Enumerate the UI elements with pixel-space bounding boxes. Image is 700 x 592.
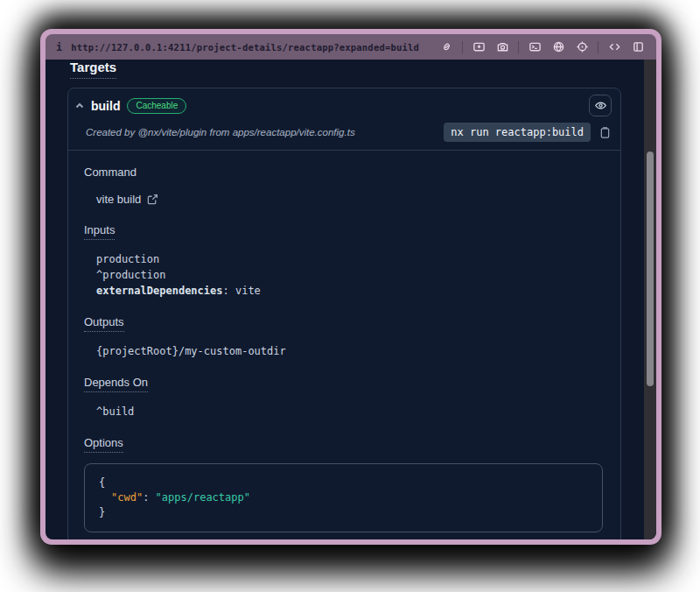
outputs-section: Outputs {projectRoot}/my-custom-outdir (84, 314, 603, 359)
target-name: build (91, 99, 120, 113)
inputs-section: Inputs production ^production externalDe… (84, 222, 603, 299)
browser-titlebar: i http://127.0.0.1:4211/project-details/… (46, 34, 656, 60)
options-heading[interactable]: Options (84, 436, 123, 453)
created-by-text: Created by @nx/vite/plugin from apps/rea… (86, 127, 437, 137)
options-code-block: { "cwd": "apps/reactapp" } (84, 463, 603, 532)
address-url[interactable]: http://127.0.0.1:4211/project-details/re… (71, 42, 419, 53)
input-item: ^production (96, 267, 603, 283)
command-value: vite build (96, 193, 141, 206)
target-crosshair-icon[interactable] (574, 39, 590, 55)
titlebar-divider (598, 41, 598, 53)
depends-on-heading[interactable]: Depends On (84, 376, 148, 392)
external-link-icon[interactable] (147, 194, 158, 205)
code-brackets-icon[interactable] (606, 39, 622, 55)
split-panel-icon[interactable] (630, 39, 646, 55)
eye-button[interactable] (589, 95, 612, 116)
terminal-icon[interactable] (527, 39, 542, 55)
inputs-heading[interactable]: Inputs (84, 223, 115, 240)
open-in-editor-icon[interactable] (471, 39, 486, 55)
globe-icon[interactable] (550, 39, 566, 55)
depends-on-item: ^build (96, 404, 603, 419)
json-cwd-line: "cwd": "apps/reactapp" (99, 490, 588, 505)
output-item: {projectRoot}/my-custom-outdir (96, 343, 603, 359)
copy-icon[interactable] (598, 124, 612, 140)
targets-heading: Targets (70, 60, 116, 79)
options-section: Options { "cwd": "apps/reactapp" } (84, 434, 603, 532)
scrollbar-thumb[interactable] (647, 152, 654, 386)
build-card-subheader: Created by @nx/vite/plugin from apps/rea… (68, 120, 620, 151)
screenshot-camera-icon[interactable] (494, 39, 510, 55)
scrollbar-track[interactable] (644, 60, 656, 539)
target-card-build: build Cacheable Created by @nx/vite/plug… (67, 88, 621, 539)
depends-on-section: Depends On ^build (84, 374, 603, 419)
titlebar-divider (518, 41, 519, 53)
titlebar-divider (462, 41, 463, 53)
info-icon: i (56, 41, 62, 53)
project-details-view: Targets build Cacheable Create (46, 60, 656, 539)
json-brace-close: } (99, 505, 588, 520)
browser-window: i http://127.0.0.1:4211/project-details/… (40, 29, 662, 545)
command-heading: Command (84, 166, 136, 179)
input-item: production (96, 251, 603, 267)
command-section: Command vite build (84, 164, 603, 207)
build-card-body: Command vite build (68, 151, 620, 539)
json-brace-open: { (99, 476, 588, 490)
cacheable-badge: Cacheable (127, 98, 186, 114)
page-background: i http://127.0.0.1:4211/project-details/… (0, 0, 700, 592)
link-icon[interactable] (438, 39, 454, 55)
chevron-up-icon[interactable] (75, 102, 84, 110)
build-card-header[interactable]: build Cacheable (68, 88, 620, 120)
outputs-heading[interactable]: Outputs (84, 315, 124, 332)
input-item: externalDependencies: vite (96, 283, 603, 299)
run-command-chip: nx run reactapp:build (444, 123, 591, 142)
